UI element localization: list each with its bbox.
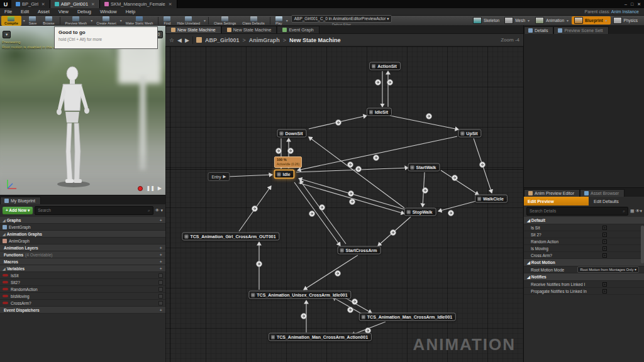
checkbox[interactable] bbox=[602, 282, 607, 287]
state-node-tcs_animation_unisex_crossarm_idle001[interactable]: TCS_Animation_Unisex_CrossArm_Idle001 bbox=[248, 291, 351, 299]
transition-wire[interactable] bbox=[309, 137, 404, 208]
edit-defaults-button[interactable]: Edit Defaults bbox=[589, 199, 644, 204]
document-tab[interactable]: BP_Girl✕ bbox=[11, 0, 50, 8]
close-icon[interactable]: ✕ bbox=[42, 2, 45, 7]
expand-arrow-icon[interactable]: ◢ bbox=[3, 232, 6, 236]
parent-class-value[interactable]: Anim Instance bbox=[611, 9, 639, 14]
variable-row[interactable]: CrossArm? bbox=[0, 300, 165, 307]
transition-wire[interactable] bbox=[299, 183, 404, 214]
transition-rule-badge[interactable] bbox=[348, 191, 354, 197]
browse-button[interactable]: Browse bbox=[40, 16, 57, 26]
transition-rule-badge[interactable] bbox=[336, 120, 341, 126]
edit-preview-button[interactable]: Edit Preview bbox=[524, 197, 589, 206]
tab-details[interactable]: Details bbox=[524, 26, 553, 34]
class-defaults-button[interactable]: Class Defaults bbox=[239, 16, 267, 26]
property-section-notifies[interactable]: ◢ Notifies bbox=[524, 273, 644, 281]
variable-row[interactable]: RandomAction bbox=[0, 286, 165, 293]
transition-rule-badge[interactable] bbox=[309, 211, 315, 217]
blueprint-mode-button[interactable]: Blueprint▾ bbox=[572, 16, 611, 25]
close-icon[interactable]: ✕ bbox=[91, 2, 95, 7]
instance-editable-toggle[interactable] bbox=[158, 294, 163, 299]
state-node-stopwalk[interactable]: StopWalk bbox=[404, 208, 436, 216]
dropdown-caret-icon[interactable]: ▾ bbox=[204, 18, 206, 23]
checkbox[interactable] bbox=[602, 246, 607, 251]
transition-rule-badge[interactable] bbox=[335, 271, 341, 277]
nav-forward-button[interactable]: ▶ bbox=[185, 37, 189, 43]
checkbox[interactable] bbox=[602, 289, 607, 293]
add-icon[interactable]: ＋ bbox=[159, 259, 164, 265]
create-asset-button[interactable]: Create Asset bbox=[93, 16, 119, 26]
variable-row[interactable]: IsSit bbox=[0, 272, 165, 279]
dropdown-caret-icon[interactable]: ▾ bbox=[606, 18, 608, 23]
transition-rule-badge[interactable] bbox=[480, 162, 486, 168]
state-node-idle[interactable]: Idle bbox=[274, 170, 294, 179]
menu-item-file[interactable]: File bbox=[0, 9, 16, 14]
state-node-idlesit[interactable]: IdleSit bbox=[367, 108, 392, 116]
mesh-mode-button[interactable]: Mesh▾ bbox=[502, 16, 533, 25]
visibility-filter-button[interactable]: 👁︎ ▾ bbox=[155, 208, 163, 213]
add-icon[interactable]: ＋ bbox=[159, 252, 164, 258]
property-section-default[interactable]: ◢ Default bbox=[524, 217, 644, 224]
entry-node[interactable]: Entry▶ bbox=[208, 172, 230, 181]
step-button[interactable]: ▶ bbox=[158, 185, 162, 191]
menu-item-window[interactable]: Window bbox=[96, 9, 121, 14]
add-icon[interactable]: ＋ bbox=[159, 307, 164, 313]
property-section-root-motion[interactable]: ◢ Root Motion bbox=[524, 259, 644, 266]
transition-wire[interactable] bbox=[228, 175, 272, 177]
section-header-functions[interactable]: Functions(4 Overridable)＋ bbox=[0, 251, 165, 258]
state-node-downsit[interactable]: DownSit bbox=[277, 129, 307, 138]
transition-wire[interactable] bbox=[441, 170, 479, 195]
breadcrumb-item[interactable]: ABP_Girl001 bbox=[205, 37, 240, 43]
skeleton-mode-button[interactable]: Skeleton bbox=[470, 16, 502, 25]
instance-editable-toggle[interactable] bbox=[158, 273, 163, 278]
transition-rule-badge[interactable] bbox=[375, 80, 381, 85]
transition-rule-badge[interactable] bbox=[448, 211, 454, 216]
class-settings-button[interactable]: Class Settings bbox=[211, 16, 239, 26]
breadcrumb-item[interactable]: New State Machine bbox=[289, 37, 341, 43]
window-maximize-button[interactable]: □ bbox=[631, 2, 633, 6]
debug-filter-dropdown[interactable]: ABP_Girl001_C_0 in AnimationEditorPrevie… bbox=[291, 15, 392, 23]
transition-rule-badge[interactable] bbox=[452, 175, 458, 181]
variable-row[interactable]: Sit2? bbox=[0, 279, 165, 286]
graph-list-item[interactable]: AnimGraph bbox=[0, 238, 165, 244]
transition-wire[interactable] bbox=[304, 255, 358, 290]
breadcrumb-item[interactable]: AnimGraph bbox=[249, 37, 280, 43]
animation-mode-button[interactable]: Animation▾ bbox=[533, 16, 572, 25]
nav-back-button[interactable]: ◀ bbox=[177, 37, 182, 43]
save-button[interactable]: Save bbox=[26, 16, 40, 26]
instance-editable-toggle[interactable] bbox=[158, 301, 163, 305]
transition-rule-badge[interactable] bbox=[350, 199, 355, 205]
dropdown-caret-icon[interactable]: ▾ bbox=[91, 18, 92, 23]
section-header-variables[interactable]: ◢Variables＋ bbox=[0, 265, 165, 272]
viewport-options-dropdown[interactable]: ▾ bbox=[3, 31, 11, 38]
dropdown-caret-icon[interactable]: ▾ bbox=[528, 18, 530, 23]
transition-rule-badge[interactable] bbox=[423, 188, 428, 194]
favorite-star-icon[interactable]: ☆ bbox=[169, 37, 174, 43]
transition-rule-badge[interactable] bbox=[276, 148, 282, 154]
transition-wire[interactable] bbox=[390, 116, 458, 129]
dropdown-caret-icon[interactable]: ▾ bbox=[567, 18, 569, 23]
transition-rule-badge[interactable] bbox=[356, 167, 362, 172]
graph-tab-new-state-machine[interactable]: New State Machine bbox=[165, 26, 221, 33]
instance-editable-toggle[interactable] bbox=[158, 280, 163, 285]
menu-item-asset[interactable]: Asset bbox=[33, 9, 54, 14]
transition-rule-badge[interactable] bbox=[387, 80, 393, 85]
checkbox[interactable] bbox=[602, 233, 607, 237]
tab-anim-preview-editor[interactable]: Anim Preview Editor bbox=[524, 189, 580, 197]
state-node-actionsit[interactable]: ActionSit bbox=[369, 62, 401, 70]
menu-item-help[interactable]: Help bbox=[121, 9, 140, 14]
hide-unrelated-button[interactable]: Hide Unrelated bbox=[174, 16, 203, 26]
graph-tab-new-state-machine[interactable]: New State Machine bbox=[221, 26, 277, 33]
window-minimize-button[interactable]: – bbox=[625, 2, 627, 6]
state-machine-canvas[interactable]: ANIMATION ActionSitIdleSitDownSitUpSitSt… bbox=[165, 47, 523, 362]
menu-item-edit[interactable]: Edit bbox=[16, 9, 33, 14]
tab-preview-scene-sett[interactable]: Preview Scene Sett bbox=[553, 26, 608, 34]
state-node-tcs_animation_man_crossarm_action001[interactable]: TCS_Animation_Man_CrossArm_Action001 bbox=[269, 333, 372, 341]
add-icon[interactable]: ＋ bbox=[159, 217, 164, 223]
state-node-startcrossarm[interactable]: StartCrossArm bbox=[338, 246, 381, 255]
document-tab[interactable]: SKM_Mannequin_Female✕ bbox=[100, 0, 177, 8]
details-search-input[interactable]: Search Details ⌕ bbox=[526, 207, 628, 216]
section-header-animation-graphs[interactable]: ◢Animation Graphs bbox=[0, 231, 165, 238]
physics-mode-button[interactable]: Physics bbox=[611, 16, 640, 25]
tab-asset-browser[interactable]: Asset Browser bbox=[580, 189, 625, 197]
